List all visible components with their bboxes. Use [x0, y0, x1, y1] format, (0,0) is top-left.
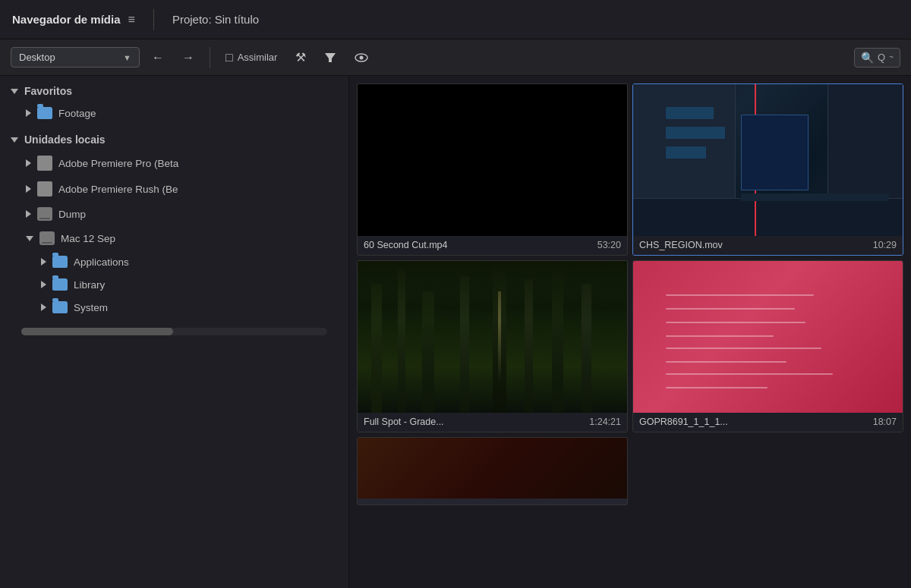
applications-folder-icon: [52, 256, 68, 268]
sidebar-item-applications[interactable]: Applications: [0, 250, 348, 273]
system-label: System: [74, 302, 108, 313]
applications-label: Applications: [74, 256, 129, 268]
assimilar-icon: □: [225, 51, 233, 64]
premiere-rush-label: Adobe Premiere Rush (Be: [58, 184, 178, 195]
media-duration-1: 53:20: [597, 240, 621, 250]
main-layout: Favoritos Footage Unidades locais Adobe …: [0, 76, 911, 588]
toolbar-separator: [210, 47, 210, 68]
media-card-2[interactable]: CHS_REGION.mov 10:29: [632, 83, 903, 256]
location-dropdown[interactable]: Desktop ▼: [11, 47, 140, 68]
toolbar: Desktop ▼ ← → □ Assimilar ⚒ 🔍 Q ~: [0, 39, 911, 76]
media-name-3: Full Spot - Grade...: [364, 417, 444, 427]
mac-drive-icon: [39, 231, 55, 245]
media-thumb-4: [633, 261, 903, 413]
header-divider: [153, 9, 154, 30]
library-folder-icon: [52, 278, 68, 291]
system-expand-icon: [41, 303, 46, 311]
local-drives-section[interactable]: Unidades locais: [0, 124, 348, 150]
premiere-rush-expand-icon: [26, 185, 31, 193]
menu-icon[interactable]: ≡: [128, 13, 135, 27]
library-label: Library: [74, 279, 105, 291]
sidebar: Favoritos Footage Unidades locais Adobe …: [0, 76, 349, 588]
local-drives-expand-icon: [11, 137, 18, 143]
media-thumb-2: [633, 84, 903, 236]
assimilar-button[interactable]: □ Assimilar: [219, 47, 283, 68]
scroll-track[interactable]: [21, 328, 327, 335]
wrench-button[interactable]: ⚒: [289, 46, 312, 68]
search-label: Q: [878, 52, 885, 63]
dump-label: Dump: [58, 209, 86, 220]
media-name-1: 60 Second Cut.mp4: [364, 240, 448, 250]
sidebar-item-system[interactable]: System: [0, 296, 348, 319]
mac-expand-icon: [26, 236, 33, 241]
favorites-section[interactable]: Favoritos: [0, 76, 348, 102]
search-box[interactable]: 🔍 Q ~: [854, 48, 900, 68]
media-duration-2: 10:29: [873, 240, 897, 250]
media-thumb-5-partial: [358, 438, 627, 498]
premiere-pro-label: Adobe Premiere Pro (Beta: [58, 158, 178, 169]
media-card-5-partial[interactable]: [357, 437, 628, 505]
sidebar-item-library[interactable]: Library: [0, 273, 348, 296]
search-icon: 🔍: [861, 52, 874, 64]
media-name-2: CHS_REGION.mov: [639, 240, 723, 250]
premiere-rush-drive-icon: [37, 181, 52, 197]
dump-drive-icon: [37, 207, 52, 221]
favorites-expand-icon: [11, 89, 18, 94]
local-drives-label: Unidades locais: [24, 134, 106, 146]
sidebar-item-dump[interactable]: Dump: [0, 202, 348, 226]
footage-label: Footage: [58, 108, 96, 119]
media-info-1: 60 Second Cut.mp4 53:20: [358, 236, 627, 255]
sidebar-item-mac[interactable]: Mac 12 Sep: [0, 226, 348, 250]
media-grid: 60 Second Cut.mp4 53:20: [349, 76, 911, 588]
media-card-3[interactable]: Full Spot - Grade... 1:24:21: [357, 260, 628, 432]
media-name-4: GOPR8691_1_1_1...: [639, 417, 728, 427]
media-info-3: Full Spot - Grade... 1:24:21: [358, 413, 627, 432]
mac-label: Mac 12 Sep: [61, 233, 115, 244]
scroll-thumb: [21, 328, 173, 335]
footage-folder-icon: [37, 107, 52, 119]
media-thumb-1: [358, 84, 627, 236]
project-title: Projeto: Sin título: [172, 13, 259, 26]
media-card-1[interactable]: 60 Second Cut.mp4 53:20: [357, 83, 628, 256]
applications-expand-icon: [41, 258, 46, 266]
media-info-2: CHS_REGION.mov 10:29: [633, 236, 903, 255]
media-duration-3: 1:24:21: [589, 417, 621, 427]
chevron-down-icon: ▼: [123, 53, 131, 62]
header: Navegador de mídia ≡ Projeto: Sin título: [0, 0, 911, 39]
back-button[interactable]: ←: [146, 47, 170, 68]
app-title: Navegador de mídia: [12, 13, 121, 26]
forward-button[interactable]: →: [176, 47, 200, 68]
media-thumb-3: [358, 261, 627, 413]
svg-marker-0: [325, 53, 336, 62]
filter-button[interactable]: [318, 48, 342, 68]
scroll-area: [0, 319, 348, 344]
library-expand-icon: [41, 281, 46, 288]
sidebar-item-premiere-pro[interactable]: Adobe Premiere Pro (Beta: [0, 150, 348, 176]
favorites-label: Favoritos: [24, 85, 72, 97]
footage-expand-icon: [26, 109, 31, 117]
media-duration-4: 18:07: [873, 417, 897, 427]
location-label: Desktop: [19, 52, 117, 63]
dump-expand-icon: [26, 210, 31, 218]
media-card-4[interactable]: GOPR8691_1_1_1... 18:07: [632, 260, 903, 432]
eye-button[interactable]: [348, 49, 374, 67]
sidebar-item-premiere-rush[interactable]: Adobe Premiere Rush (Be: [0, 176, 348, 202]
assimilar-label: Assimilar: [238, 52, 278, 63]
search-chevron-icon: ~: [889, 53, 894, 61]
svg-point-2: [360, 55, 364, 59]
media-info-4: GOPR8691_1_1_1... 18:07: [633, 413, 903, 432]
sidebar-item-footage[interactable]: Footage: [0, 102, 348, 124]
premiere-pro-drive-icon: [37, 156, 52, 171]
premiere-pro-expand-icon: [26, 159, 31, 167]
system-folder-icon: [52, 301, 68, 313]
